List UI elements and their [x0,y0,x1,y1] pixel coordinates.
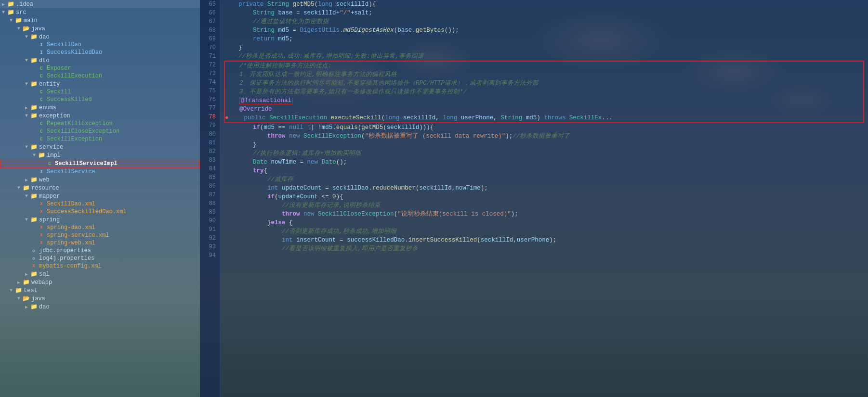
line-num-93: 93 [200,243,216,251]
class-icon-seckill: C [38,90,45,95]
tree-item-dao[interactable]: ▼ 📁 dao [0,33,200,41]
class-icon-success-killed: C [38,97,45,102]
tree-item-dao-test[interactable]: ▶ 📁 dao [0,303,200,311]
code-line-83: Date nowTime = new Date(); [224,158,864,166]
tree-arrow-mapper: ▼ [23,193,30,199]
tree-arrow-impl: ▼ [31,153,38,158]
tree-arrow-resource: ▼ [15,185,22,191]
tree-item-entity[interactable]: ▼ 📁 entity [0,80,200,88]
tree-label-web: web [39,177,50,183]
tree-label-mapper: mapper [39,193,60,200]
tree-label-seckill: Seckill [47,89,71,95]
interface-icon-success-killed-dao: I [38,50,45,55]
tree-arrow-service: ▼ [23,144,30,150]
tree-item-test[interactable]: ▼ 📁 test [0,286,200,295]
tree-label-enums: enums [39,104,56,111]
tree-item-spring[interactable]: ▼ 📁 spring [0,216,200,224]
tree-item-web[interactable]: ▶ 📁 web [0,176,200,184]
tree-item-main[interactable]: ▼ 📁 main [0,16,200,25]
code-lines[interactable]: private String getMD5(long seckillId){ S… [220,0,868,397]
tree-arrow-enums: ▶ [23,105,30,111]
folder-icon-exception: 📁 [30,112,38,119]
code-line-90: }else { [224,218,864,227]
line-num-84: 84 [200,165,216,173]
line-num-91: 91 [200,225,216,234]
tree-item-seckill-execution[interactable]: ▶ C SeckillExecution [0,72,200,80]
tree-item-mapper[interactable]: ▼ 📁 mapper [0,192,200,200]
tree-item-spring-service-xml[interactable]: ▶ X spring-service.xml [0,231,200,239]
code-line-72: /*使用注解控制事务方法的优点: [225,62,863,70]
line-num-71: 71 [200,52,216,61]
tree-arrow-java: ▼ [15,26,22,31]
tree-item-webapp[interactable]: ▶ 📁 webapp [0,278,200,286]
folder-icon-test: 📁 [14,287,22,294]
tree-item-log4j-properties[interactable]: ▶ ⚙ log4j.properties [0,255,200,262]
tree-item-src[interactable]: ▼ 📁 src [0,8,200,16]
tree-item-java-test[interactable]: ▼ 📂 java [0,295,200,303]
tree-item-seckill-close-exception[interactable]: ▶ C SeckillCloseException [0,128,200,135]
tree-label-repeat-kill-exception: RepeatKillException [47,120,113,127]
line-num-86: 86 [200,182,216,191]
tree-item-seckill-dao-xml[interactable]: ▶ X SeckillDao.xml [0,200,200,208]
tree-item-seckill-service-impl[interactable]: ▶ C SeckillServiceImpl [0,159,200,168]
tree-item-exception[interactable]: ▼ 📁 exception [0,112,200,120]
tree-item-resource[interactable]: ▼ 📁 resource [0,184,200,192]
code-line-67: //通过盐值转化为加密数据 [224,17,864,26]
tree-item-service[interactable]: ▼ 📁 service [0,143,200,151]
code-line-88: //没有更新库存记录,说明秒杀结束 [224,201,864,210]
tree-label-success-killed: SuccessKilled [47,96,92,103]
tree-item-impl[interactable]: ▼ 📁 impl [0,151,200,159]
interface-icon-seckill-dao: I [38,42,45,48]
tree-label-jdbc-properties: jdbc.properties [39,247,91,254]
tree-label-webapp: webapp [31,279,52,286]
tree-item-mybatis-config-xml[interactable]: ▶ X mybatis-config.xml [0,262,200,270]
tree-arrow-dao: ▼ [23,34,30,39]
tree-item-success-killed-dao[interactable]: ▶ I SuccessKilledDao [0,49,200,56]
tree-item-dto[interactable]: ▼ 📁 dto [0,56,200,64]
code-line-69: return md5; [224,35,864,43]
line-num-72: 72 [200,61,216,69]
tree-label-src: src [16,9,26,16]
line-num-77: 77 [200,104,216,113]
tree-item-java[interactable]: ▼ 📂 java [0,25,200,33]
folder-icon-java-test: 📂 [22,295,30,302]
code-line-80: throw new SeckillException("秒杀数据被重写了 (se… [224,132,864,141]
folder-icon-resource: 📁 [22,184,30,192]
tree-item-success-seckilled-dao-xml[interactable]: ▶ X SuccessSeckilledDao.xml [0,208,200,216]
tree-label-entity: entity [39,81,60,88]
tree-arrow-dto: ▼ [23,58,30,63]
tree-label-dto: dto [39,57,50,64]
tree-item-seckill-exception[interactable]: ▶ C SeckillException [0,135,200,143]
tree-label-seckill-exception: SeckillException [47,136,102,142]
code-line-85: //减库存 [224,175,864,184]
tree-item-enums[interactable]: ▶ 📁 enums [0,103,200,112]
line-num-75: 75 [200,87,216,95]
class-icon-repeat-kill-exception: C [38,121,45,127]
tree-item-spring-dao-xml[interactable]: ▶ X spring-dao.xml [0,224,200,231]
tree-arrow-dao-test: ▶ [23,304,30,310]
tree-item-idea[interactable]: ▶ 📁 .idea [0,0,200,8]
tree-item-repeat-kill-exception[interactable]: ▶ C RepeatKillException [0,120,200,128]
folder-icon-webapp: 📁 [22,279,30,286]
folder-icon-service: 📁 [30,143,38,151]
folder-icon-dao-test: 📁 [30,303,38,310]
tree-label-seckill-execution: SeckillExecution [47,73,102,79]
tree-item-seckill[interactable]: ▶ C Seckill [0,88,200,96]
xml-icon-spring-service: X [38,233,45,238]
tree-item-exposer[interactable]: ▶ C Exposer [0,64,200,72]
tree-item-sql[interactable]: ▶ 📁 sql [0,270,200,278]
folder-icon-src: 📁 [7,9,14,16]
tree-item-jdbc-properties[interactable]: ▶ ⚙ jdbc.properties [0,247,200,255]
tree-item-spring-web-xml[interactable]: ▶ X spring-web.xml [0,239,200,247]
file-tree[interactable]: ▶ 📁 .idea ▼ 📁 src ▼ 📁 main ▼ 📂 java ▼ [0,0,200,397]
code-container: 65 66 67 68 69 70 71 72 73 74 75 76 77 7… [200,0,868,397]
code-line-87: if(updateCount <= 0){ [224,192,864,201]
line-num-90: 90 [200,217,216,225]
tree-item-success-killed[interactable]: ▶ C SuccessKilled [0,96,200,103]
line-num-66: 66 [200,9,216,17]
tree-item-seckill-dao[interactable]: ▶ I SeckillDao [0,41,200,49]
code-line-71: //秒杀是否成功,成功:减库存,增加明细;失败:抛出异常,事务回滚 [224,52,864,61]
tree-item-seckill-service[interactable]: ▶ I SeckillService [0,168,200,176]
line-num-70: 70 [200,43,216,52]
tree-arrow-exception: ▼ [23,113,30,118]
